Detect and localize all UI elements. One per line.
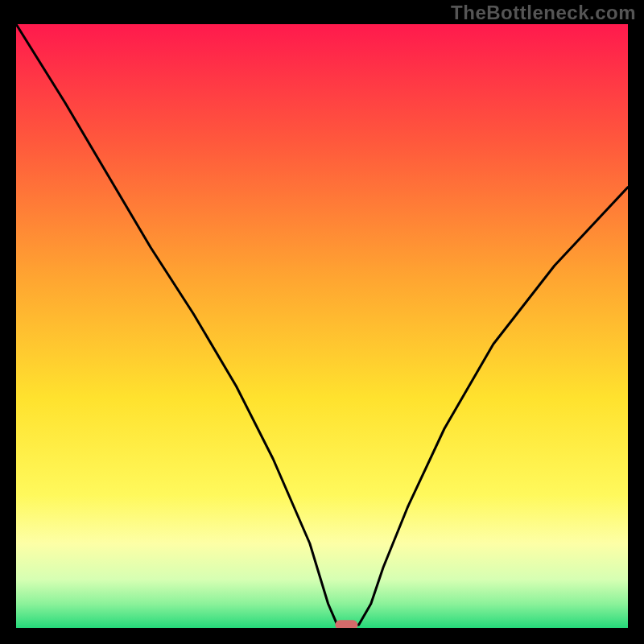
- chart-container: TheBottleneck.com: [0, 0, 644, 644]
- gradient-background: [16, 24, 628, 628]
- chart-svg: [16, 24, 628, 628]
- optimal-point-pill: [335, 620, 357, 628]
- watermark-text: TheBottleneck.com: [451, 2, 636, 24]
- plot-area: [16, 24, 628, 628]
